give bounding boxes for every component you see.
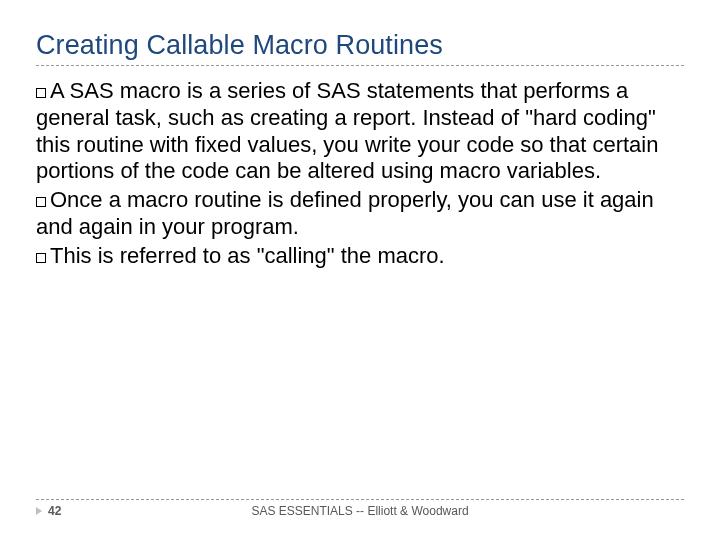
square-bullet-icon xyxy=(36,197,46,207)
title-divider xyxy=(36,65,684,66)
square-bullet-icon xyxy=(36,88,46,98)
triangle-right-icon xyxy=(36,507,42,515)
square-bullet-icon xyxy=(36,253,46,263)
bullet-text: A SAS macro is a series of SAS statement… xyxy=(36,78,658,183)
bullet-text: Once a macro routine is defined properly… xyxy=(36,187,654,239)
page-number: 42 xyxy=(48,504,61,518)
bullet-text: This is referred to as "calling" the mac… xyxy=(50,243,445,268)
slide: Creating Callable Macro Routines A SAS m… xyxy=(0,0,720,540)
footer-source: SAS ESSENTIALS -- Elliott & Woodward xyxy=(91,504,629,518)
footer-row: 42 SAS ESSENTIALS -- Elliott & Woodward xyxy=(36,504,684,518)
slide-title: Creating Callable Macro Routines xyxy=(36,30,684,61)
slide-body: A SAS macro is a series of SAS statement… xyxy=(36,78,684,270)
bullet-item: A SAS macro is a series of SAS statement… xyxy=(36,78,684,185)
footer-left: 42 xyxy=(36,504,91,518)
bullet-item: Once a macro routine is defined properly… xyxy=(36,187,684,241)
slide-footer: 42 SAS ESSENTIALS -- Elliott & Woodward xyxy=(36,499,684,518)
footer-divider xyxy=(36,499,684,500)
bullet-item: This is referred to as "calling" the mac… xyxy=(36,243,684,270)
